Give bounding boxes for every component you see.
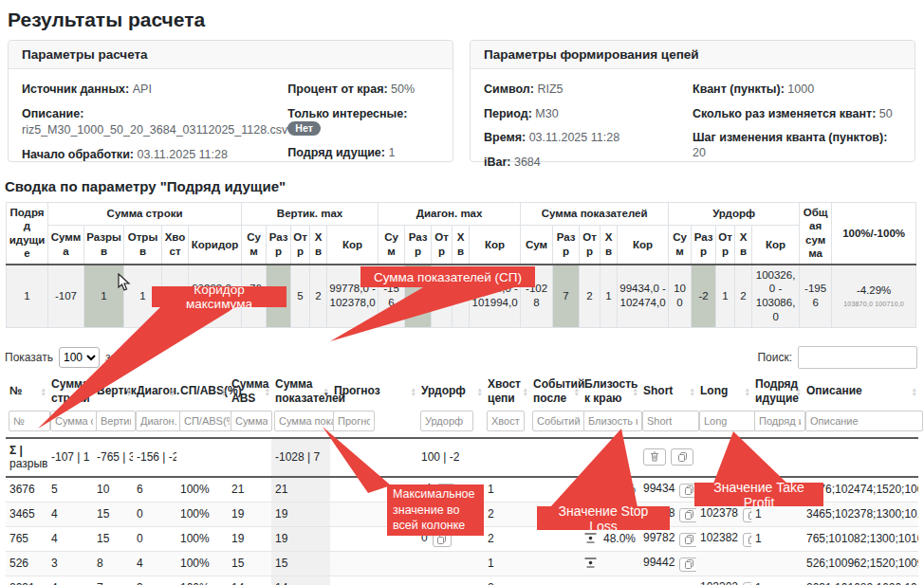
param-value: 03.11.2025 11:28 [529,131,619,144]
column-header-11[interactable]: Близость к краю▲▼ [581,374,639,409]
summary-subcol: Хв [453,226,470,265]
filter-input-1[interactable] [50,411,98,431]
cell-0: 3465 [6,502,47,526]
callout-sum-indicators: Сумма показателей (СП) [360,266,535,287]
cell-3: 0 [133,526,176,551]
param-value: 03.11.2025 11:28 [137,148,227,161]
column-header-10[interactable]: Событий после▲▼ [529,374,581,409]
copy-button[interactable] [743,533,751,547]
column-header-14[interactable]: Подряд идущие▲▼ [751,374,803,409]
summary-group-1: Вертик. max [242,203,379,226]
column-header-12[interactable]: Short▲▼ [639,374,696,409]
column-header-4[interactable]: СП/ABS(%)▲▼ [176,374,228,409]
summary-subcol: Сум [379,226,405,265]
delete-button[interactable] [643,448,666,466]
param-label: Начало обработки: [22,148,134,161]
column-header-6[interactable]: Сумма показателей▲▼ [271,374,330,409]
column-header-1[interactable]: Сумма строки▲▼ [47,374,93,409]
summary-subcol: Кор [752,226,800,265]
summary-subcol: Кор [470,226,521,265]
column-header-15[interactable]: Описание▲▼ [803,374,918,409]
copy-button[interactable] [671,448,693,466]
filter-input-2[interactable] [96,411,136,431]
filter-input-14[interactable] [754,411,805,431]
cell-14 [751,551,803,576]
cell-6: 14 [271,576,330,585]
summary-cell: 99434,0 - 102474,0 [618,265,669,328]
column-header-5[interactable]: Сумма ABS▲▼ [228,374,271,409]
edge-proximity-icon [584,484,597,494]
cell-1: 3 [47,551,93,576]
sort-icon: ▲▼ [170,387,176,396]
search-label: Поиск: [757,351,792,364]
column-header-8[interactable]: Урдорф▲▼ [417,374,484,409]
cell-1: 4 [47,502,93,526]
filter-input-13[interactable] [699,411,756,431]
filter-input-4[interactable] [179,411,234,431]
filter-input-7[interactable] [333,411,375,431]
totals-label-cell: Σ |разрыв [6,438,47,477]
summary-cell: 7 [553,265,580,328]
summary-subcol: Отр [432,226,453,265]
filter-input-10[interactable] [532,411,585,431]
filter-input-11[interactable] [583,411,642,431]
copy-icon [685,508,693,522]
sort-icon: ▲▼ [745,387,750,396]
column-header-7[interactable]: Прогноз▲▼ [330,374,417,409]
cell-5: 19 [228,526,271,551]
summary-cell: -107 [48,265,84,328]
filter-input-15[interactable] [805,411,923,431]
sort-icon: ▲▼ [86,387,92,396]
column-header-9[interactable]: Хвост цепи▲▼ [484,374,529,409]
cell-4: 100% [176,502,228,526]
param-field: Процент от края: 50% [287,82,439,98]
cell-6: 19 [271,526,330,551]
param-label: Период: [484,107,532,120]
column-header-label: Сумма строки [51,377,90,404]
summary-subcol: Разр [267,226,291,265]
filter-input-9[interactable] [487,411,525,431]
cell-10 [529,477,581,503]
cell-10 [529,576,581,585]
totals-cell [751,438,803,477]
copy-button[interactable] [679,533,696,547]
summary-percent-value: -4.29% [834,283,914,298]
copy-button[interactable] [679,508,696,522]
sort-icon: ▲▼ [690,387,695,396]
column-header-0[interactable]: №▲▼ [6,374,47,409]
totals-cell [176,438,228,477]
column-header-2[interactable]: Вертик.▲▼ [93,374,133,409]
chain-params-card: Параметры формирования цепей Символ: RIZ… [470,40,915,162]
page-size-select[interactable]: 100 [59,347,100,368]
filter-input-5[interactable] [231,411,272,431]
column-header-3[interactable]: Диагон.▲▼ [133,374,176,409]
column-header-13[interactable]: Long▲▼ [696,374,751,409]
table-row[interactable]: 526384100%1515199442526;100962;1520;1009… [6,551,918,576]
table-row[interactable]: 2031473100%1414210330212031;101682;1620;… [6,576,918,585]
filter-input-12[interactable] [642,411,699,431]
column-header-label: Близость к краю [584,377,638,404]
cell-2: 7 [93,576,133,585]
totals-cell [696,438,751,477]
filter-input-0[interactable] [9,411,50,431]
filter-input-8[interactable] [420,411,473,431]
filter-input-6[interactable] [274,411,339,431]
param-label: Процент от края: [287,82,387,96]
param-label: Символ: [484,82,534,96]
copy-button[interactable] [743,508,751,522]
cell-9: 2 [484,576,529,585]
summary-subcol: Отрыв [124,226,162,265]
calc-params-card: Параметры расчета Источник данных: APIОп… [8,40,453,162]
copy-button[interactable] [679,558,696,572]
summary-percent-cell: -4.29%103870,0 100710,0 [832,265,916,328]
totals-row: Σ |разрыв-107 | 1-765 | 3-156 | -2-1028 … [6,438,918,477]
summary-subcol: Сумма [48,226,84,265]
column-header-label: Описание [806,384,862,397]
filter-cell [6,409,47,438]
search-input[interactable] [798,346,917,369]
summary-group-4: Урдорф [669,203,800,226]
copy-icon [685,558,693,572]
param-value: 20 [693,146,706,159]
summary-subcol: Сум [669,226,692,265]
filter-input-3[interactable] [136,411,181,431]
